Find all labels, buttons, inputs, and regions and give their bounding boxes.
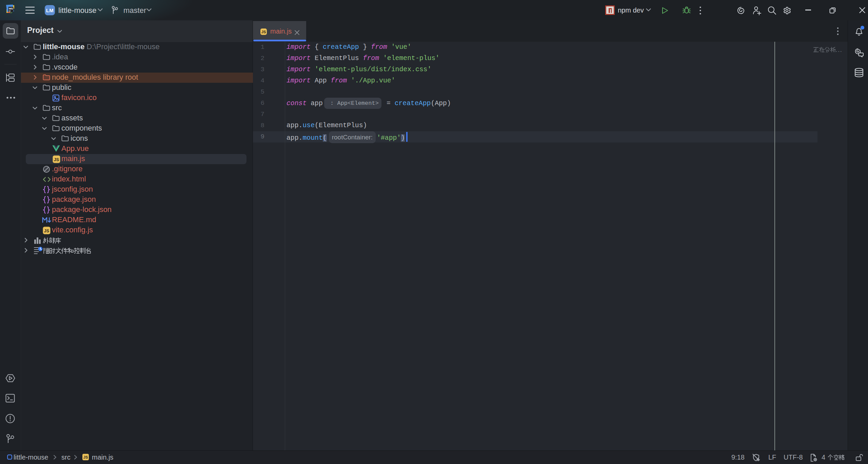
svg-text:JS: JS	[54, 157, 59, 162]
svg-text:WS: WS	[9, 7, 13, 10]
svg-text:JS: JS	[44, 229, 49, 233]
